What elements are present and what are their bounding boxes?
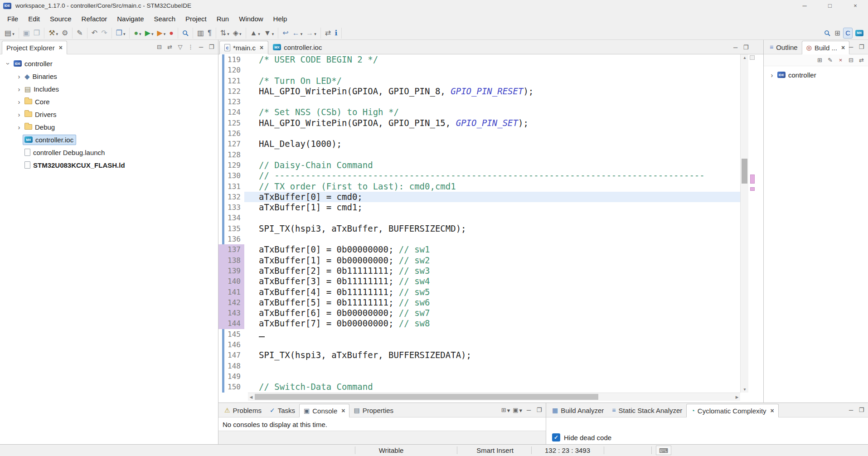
code-text[interactable]: [244, 213, 740, 223]
line-number[interactable]: 144: [218, 318, 244, 329]
code-text[interactable]: /* Set NSS (CSb) to High */: [244, 107, 740, 117]
line-number[interactable]: 150: [218, 382, 244, 392]
profile-button[interactable]: ▶▾: [155, 28, 167, 39]
menu-run[interactable]: Run: [212, 12, 234, 25]
code-text[interactable]: [244, 65, 740, 75]
chevron-icon[interactable]: ›: [768, 71, 776, 79]
code-text[interactable]: [244, 371, 740, 382]
new-build-target-button[interactable]: ⊞: [815, 55, 824, 65]
delete-build-target-button[interactable]: ×: [836, 55, 845, 65]
tab-problems[interactable]: ⚠Problems: [220, 403, 266, 417]
change-annotation-mark[interactable]: [750, 175, 755, 184]
code-text[interactable]: aTxBuffer[1] = 0b00000000; // sw2: [244, 255, 740, 266]
chevron-icon[interactable]: ›: [5, 60, 12, 67]
line-number[interactable]: 133: [218, 202, 244, 213]
line-number[interactable]: 135: [218, 223, 244, 234]
tab-build-analyzer[interactable]: ▦Build Analyzer: [548, 403, 608, 417]
next-annotation-button[interactable]: ▼▾: [262, 28, 276, 39]
line-number[interactable]: 120: [218, 65, 244, 75]
line-number[interactable]: 130: [218, 170, 244, 181]
close-icon[interactable]: ×: [771, 407, 774, 414]
line-number[interactable]: 140: [218, 276, 244, 286]
device-perspective-button[interactable]: MX: [853, 28, 865, 39]
line-number[interactable]: 126: [218, 128, 244, 139]
code-text[interactable]: aTxBuffer[3] = 0b11111111; // sw4: [244, 276, 740, 286]
menu-help[interactable]: Help: [268, 12, 292, 25]
code-text[interactable]: aTxBuffer[0] = 0b00000000; // sw1: [244, 244, 740, 255]
tree-item-includes[interactable]: ›▤Includes: [0, 82, 218, 95]
code-text[interactable]: aTxBuffer[7] = 0b00000000; // sw8: [244, 318, 740, 329]
scroll-right-arrow-icon[interactable]: ▶: [734, 393, 740, 401]
filters-button[interactable]: ▽: [175, 42, 185, 52]
line-number[interactable]: 142: [218, 297, 244, 308]
window-minimize-button[interactable]: ─: [792, 0, 817, 11]
tree-item-binaries[interactable]: ›◆Binaries: [0, 70, 218, 82]
tab-project-explorer[interactable]: Project Explorer×: [2, 41, 67, 54]
open-element-button[interactable]: ▥: [195, 28, 206, 39]
editor-tab-controller-ioc[interactable]: MXcontroller.ioc: [268, 40, 326, 54]
tree-item-controller-debug-launch[interactable]: controller Debug.launch: [0, 146, 218, 159]
line-number[interactable]: 147: [218, 350, 244, 360]
menu-window[interactable]: Window: [234, 12, 268, 25]
save-button[interactable]: ▣: [21, 28, 32, 39]
hide-dead-code-option[interactable]: ✓ Hide dead code: [552, 433, 611, 441]
redo-button[interactable]: ↷: [99, 28, 109, 39]
forward-button[interactable]: →▾: [304, 28, 318, 39]
maximize-view-button[interactable]: ❐: [857, 405, 866, 415]
tree-item-drivers[interactable]: ›Drivers: [0, 108, 218, 121]
tree-item-controller[interactable]: ›IDEcontroller: [0, 57, 218, 70]
minimize-view-button[interactable]: ─: [846, 42, 856, 52]
open-console-button[interactable]: ⊞▾: [500, 405, 511, 415]
horizontal-scrollbar[interactable]: ◀ ▶: [248, 393, 740, 401]
device-configuration-button[interactable]: ✎: [75, 28, 84, 39]
scroll-up-arrow-icon[interactable]: ▲: [741, 54, 749, 61]
code-text[interactable]: HAL_GPIO_WritePin(GPIOA, GPIO_PIN_8, GPI…: [244, 86, 740, 97]
line-number[interactable]: 119: [218, 54, 244, 65]
editor-tab-main-c[interactable]: c*main.c×: [219, 41, 268, 54]
undo-button[interactable]: ↶: [90, 28, 99, 39]
maximize-view-button[interactable]: ❐: [207, 42, 216, 52]
vertical-scrollbar[interactable]: ▲ ▼: [740, 54, 748, 393]
link-with-editor-button[interactable]: ⇄: [165, 42, 175, 52]
minimize-view-button[interactable]: ─: [196, 42, 206, 52]
line-number[interactable]: 149: [218, 371, 244, 382]
tab-console[interactable]: ▣Console×: [299, 404, 349, 417]
line-number[interactable]: 121: [218, 76, 244, 86]
line-number[interactable]: 132: [218, 192, 244, 202]
code-text[interactable]: [244, 329, 740, 340]
tab-build[interactable]: ◎Build ...×: [802, 41, 849, 54]
code-text[interactable]: [244, 97, 740, 107]
new-source-button[interactable]: ❐▾: [114, 28, 127, 39]
horizontal-scroll-thumb[interactable]: [255, 394, 598, 400]
info-button[interactable]: ℹ: [333, 28, 339, 39]
last-edit-location-button[interactable]: ↩: [281, 28, 290, 39]
code-text[interactable]: [244, 150, 740, 160]
chevron-icon[interactable]: ›: [15, 98, 23, 106]
line-number[interactable]: 127: [218, 139, 244, 149]
tree-item-debug[interactable]: ›Debug: [0, 121, 218, 133]
code-text[interactable]: /* USER CODE BEGIN 2 */: [244, 54, 740, 65]
line-number[interactable]: 148: [218, 361, 244, 371]
back-button[interactable]: ←▾: [291, 28, 305, 39]
edit-build-target-button[interactable]: ✎: [825, 55, 835, 65]
minimize-view-button[interactable]: ─: [524, 405, 533, 415]
close-icon[interactable]: ×: [260, 44, 263, 51]
maximize-editor-button[interactable]: ❐: [741, 42, 751, 52]
code-text[interactable]: SPI_TX(hspi3, aTxBuffer, BUFFERSIZEDATA)…: [244, 350, 740, 360]
menu-source[interactable]: Source: [45, 12, 77, 25]
line-number[interactable]: 146: [218, 340, 244, 350]
terminate-button[interactable]: ●: [167, 28, 175, 39]
close-icon[interactable]: ×: [841, 44, 845, 51]
scroll-down-arrow-icon[interactable]: ▼: [741, 386, 749, 393]
new-wizard-button[interactable]: ▤▾: [3, 28, 16, 39]
run-button[interactable]: ▶▾: [143, 28, 155, 39]
menu-refactor[interactable]: Refactor: [77, 12, 112, 25]
line-number[interactable]: 129: [218, 160, 244, 170]
progress-trim-button[interactable]: ⌨: [656, 446, 671, 455]
collapse-all-button[interactable]: ⊟: [155, 42, 164, 52]
code-text[interactable]: SPI_TX(hspi3, aTxBuffer, BUFFERSIZECMD);: [244, 223, 740, 234]
code-text[interactable]: HAL_Delay(1000);: [244, 139, 740, 149]
code-text[interactable]: // Daisy-Chain Command: [244, 160, 740, 170]
show-whitespace-button[interactable]: ¶: [206, 28, 213, 39]
debug-button[interactable]: ●▾: [132, 28, 143, 39]
